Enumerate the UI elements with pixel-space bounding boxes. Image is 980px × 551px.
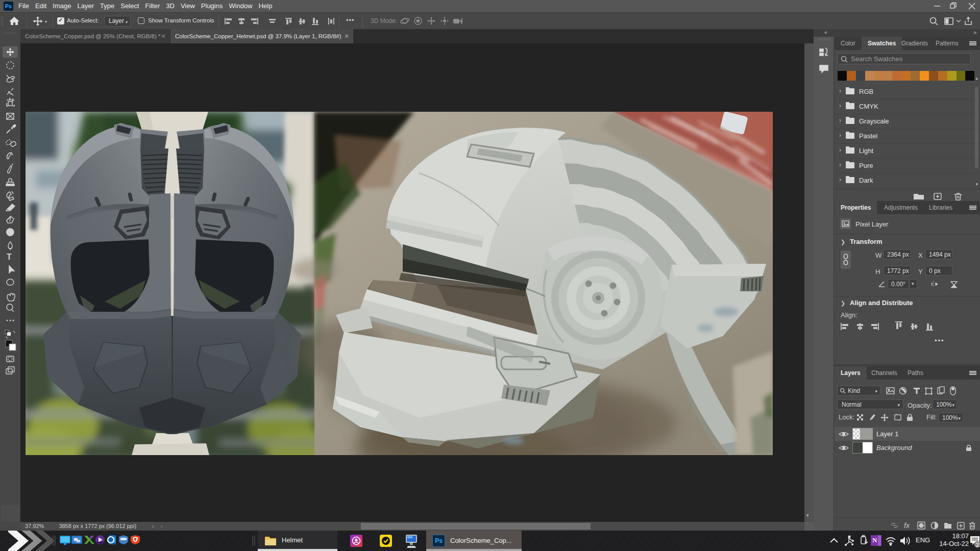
svg-text:2: 2 — [976, 542, 979, 548]
svg-text:fx: fx — [904, 521, 910, 530]
svg-text:T: T — [7, 253, 12, 261]
